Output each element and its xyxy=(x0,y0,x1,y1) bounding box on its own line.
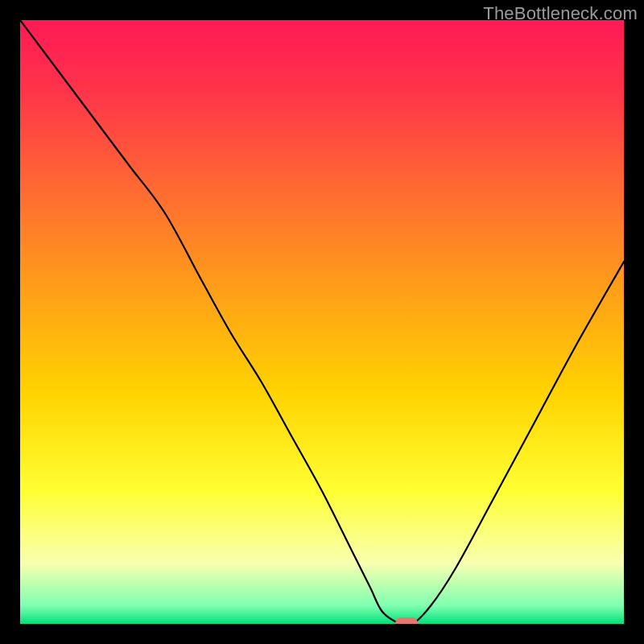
chart-stage: TheBottleneck.com xyxy=(0,0,644,644)
chart-plot-area xyxy=(20,20,624,624)
gradient-backdrop xyxy=(20,20,624,624)
chart-svg xyxy=(20,20,624,624)
optimal-marker xyxy=(395,617,418,624)
watermark-text: TheBottleneck.com xyxy=(483,3,638,24)
